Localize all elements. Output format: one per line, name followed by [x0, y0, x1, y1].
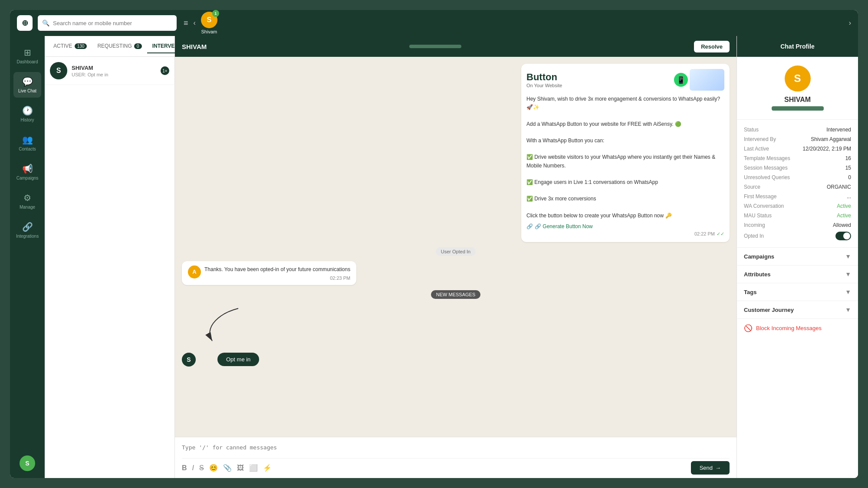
active-badge: 130 — [75, 43, 87, 49]
intervened-by-value: Shivam Aggarwal — [811, 136, 851, 142]
send-button[interactable]: Send → — [691, 461, 730, 475]
top-bar: ⊕ 🔍 ≡ ‹ S 1 Shivam › — [10, 10, 858, 36]
tab-requesting[interactable]: REQUESTING 0 — [92, 39, 147, 53]
profile-avatar: S — [785, 66, 811, 92]
opt-in-area: S Opt me in — [182, 304, 730, 368]
unresolved-value: 0 — [848, 174, 851, 180]
avatar-letter: S — [207, 16, 212, 24]
emoji-icon[interactable]: 😊 — [209, 464, 218, 472]
campaigns-icon: 📢 — [22, 164, 33, 174]
dashboard-icon: ⊞ — [24, 47, 31, 58]
unresolved-label: Unresolved Queries — [744, 174, 790, 180]
message-card-header: Button On Your Website 📱 — [526, 69, 724, 91]
contact-avatar: S — [50, 62, 67, 79]
session-messages-label: Session Messages — [744, 165, 788, 171]
info-row-opted-in: Opted In — [744, 230, 851, 242]
attributes-section[interactable]: Attributes ▼ — [737, 265, 858, 283]
italic-icon[interactable]: I — [192, 464, 194, 472]
campaigns-title: Campaigns — [744, 253, 774, 260]
info-row-intervened-by: Intervened By Shivam Aggarwal — [744, 134, 851, 144]
sidebar-item-live-chat[interactable]: 💬 Live Chat — [13, 72, 41, 98]
lightning-icon[interactable]: ⚡ — [263, 464, 272, 472]
campaigns-section[interactable]: Campaigns ▼ — [737, 248, 858, 265]
bold-icon[interactable]: B — [182, 464, 187, 472]
tab-active[interactable]: ACTIVE 130 — [48, 39, 92, 53]
contact-subtitle: USER: Opt me in — [72, 72, 156, 77]
sidebar-label-manage: Manage — [20, 205, 35, 210]
sidebar-bottom: S — [20, 455, 35, 471]
info-row-template-messages: Template Messages 16 — [744, 154, 851, 163]
wa-conversation-label: WA Conversation — [744, 203, 784, 209]
incoming-text: Thanks. You have been opted-in of your f… — [204, 265, 350, 274]
tags-chevron: ▼ — [845, 288, 851, 295]
sidebar-label-contacts: Contacts — [19, 147, 36, 151]
incoming-time: 02:23 PM — [204, 275, 350, 281]
nav-left-icon[interactable]: ‹ — [194, 19, 196, 27]
block-label: Block Incoming Messages — [756, 325, 822, 331]
chat-header-name: SHIVAM — [182, 43, 404, 50]
contacts-icon: 👥 — [22, 134, 33, 145]
sidebar-user-avatar[interactable]: S — [20, 455, 35, 471]
sidebar-item-contacts[interactable]: 👥 Contacts — [13, 130, 41, 156]
strikethrough-icon[interactable]: S — [199, 464, 204, 472]
app-logo: ⊕ — [17, 15, 33, 31]
customer-journey-section[interactable]: Customer Journey ▼ — [737, 301, 858, 319]
image-icon[interactable]: 🖼 — [237, 464, 244, 472]
profile-bar — [772, 106, 824, 111]
app-container: ⊕ 🔍 ≡ ‹ S 1 Shivam › ⊞ Dashboard 💬 — [9, 9, 859, 479]
message-incoming: A Thanks. You have been opted-in of your… — [182, 261, 356, 285]
sidebar-item-dashboard[interactable]: ⊞ Dashboard — [13, 43, 41, 69]
filter-icon[interactable]: ≡ — [184, 19, 188, 28]
block-incoming-btn[interactable]: 🚫 Block Incoming Messages — [737, 319, 858, 337]
send-icon: → — [715, 465, 721, 471]
sidebar-item-history[interactable]: 🕐 History — [13, 101, 41, 127]
attributes-chevron: ▼ — [845, 271, 851, 278]
nav-right-icon[interactable]: › — [849, 19, 851, 27]
contact-name: SHIVAM — [72, 65, 156, 71]
sidebar-item-campaigns[interactable]: 📢 Campaigns — [13, 159, 41, 185]
integrations-icon: 🔗 — [22, 222, 33, 232]
chat-input-area: B I S 😊 📎 🖼 ⬜ ⚡ Send → — [175, 437, 736, 478]
right-panel: Chat Profile S SHIVAM Status Intervened … — [736, 36, 858, 478]
tags-title: Tags — [744, 289, 756, 295]
attach-icon[interactable]: 📎 — [223, 464, 232, 472]
sidebar-label-integrations: Integrations — [16, 234, 39, 239]
opted-in-toggle-container — [835, 232, 851, 240]
session-messages-value: 15 — [845, 165, 851, 171]
toggle-knob — [843, 233, 850, 239]
last-active-value: 12/20/2022, 2:19 PM — [803, 146, 851, 152]
opted-in-label: Opted In — [744, 233, 764, 239]
tags-section[interactable]: Tags ▼ — [737, 283, 858, 301]
mau-status-value: Active — [837, 213, 851, 219]
first-message-label: First Message — [744, 193, 776, 200]
card-body: Hey Shivam, wish to drive 3x more engage… — [526, 95, 724, 220]
customer-journey-chevron: ▼ — [845, 306, 851, 313]
sidebar-item-manage[interactable]: ⚙ Manage — [13, 188, 41, 214]
chat-header: SHIVAM Resolve — [175, 36, 736, 57]
main-layout: ⊞ Dashboard 💬 Live Chat 🕐 History 👥 Cont… — [10, 36, 858, 478]
search-input[interactable] — [53, 20, 172, 26]
sidebar-item-integrations[interactable]: 🔗 Integrations — [13, 217, 41, 243]
customer-journey-title: Customer Journey — [744, 307, 794, 313]
screen-icon[interactable]: ⬜ — [249, 464, 258, 472]
incoming-avatar: A — [188, 265, 201, 278]
message-input[interactable] — [182, 441, 730, 456]
source-value: ORGANIC — [827, 184, 851, 190]
template-messages-label: Template Messages — [744, 155, 790, 161]
wa-conversation-value: Active — [837, 203, 851, 209]
user-avatar-top[interactable]: S 1 — [201, 12, 217, 28]
chat-messages: Button On Your Website 📱 Hey Shivam, wis… — [175, 57, 736, 437]
opted-in-toggle[interactable] — [835, 232, 851, 240]
block-icon: 🚫 — [744, 324, 753, 332]
incoming-label: Incoming — [744, 222, 765, 228]
resolve-button[interactable]: Resolve — [694, 41, 730, 52]
opt-me-in-button[interactable]: Opt me in — [217, 353, 259, 366]
contact-shivam[interactable]: S SHIVAM USER: Opt me in 1+ — [45, 57, 174, 85]
mau-status-label: MAU Status — [744, 213, 772, 219]
card-image — [690, 69, 724, 91]
info-row-unresolved: Unresolved Queries 0 — [744, 173, 851, 182]
contacts-panel: ACTIVE 130 REQUESTING 0 INTERVENED 1 ▼ S… — [45, 36, 175, 478]
generate-button[interactable]: 🔗 🔗 Generate Button Now — [526, 223, 593, 229]
card-icons: 📱 — [674, 69, 724, 91]
annotation-arrow — [186, 304, 264, 347]
